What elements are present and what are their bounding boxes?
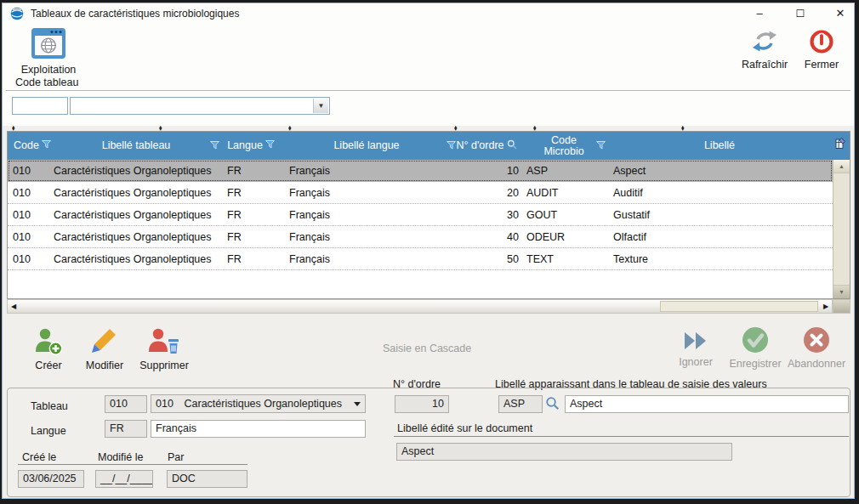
modifie-le-field: __/__/____ bbox=[95, 470, 153, 488]
column-chooser-icon[interactable] bbox=[835, 137, 846, 153]
table-cell: 010 bbox=[8, 182, 52, 203]
scroll-up-icon[interactable]: ▲ bbox=[833, 160, 850, 173]
filter-funnel-icon[interactable] bbox=[42, 140, 51, 151]
save-button[interactable]: Enregistrer bbox=[721, 326, 789, 370]
exploitation-icon bbox=[16, 27, 81, 62]
column-header-code[interactable]: Code bbox=[8, 132, 52, 160]
table-cell: Caractéristiques Organoleptiques bbox=[52, 248, 220, 269]
table-cell: 010 bbox=[8, 204, 52, 225]
libelle-doc-label: Libellé édité sur le document bbox=[397, 422, 532, 434]
table-cell: 010 bbox=[8, 248, 52, 269]
horizontal-scrollbar[interactable]: ◀ ▶ bbox=[7, 299, 833, 314]
table-row[interactable]: 010Caractéristiques OrganoleptiquesFRFra… bbox=[8, 226, 833, 248]
search-sort-icon[interactable] bbox=[507, 139, 517, 152]
filter-funnel-icon[interactable] bbox=[210, 141, 219, 152]
column-header-code-microbio[interactable]: Code Microbio bbox=[521, 132, 606, 160]
libelle-saisie-field[interactable]: Aspect bbox=[565, 395, 849, 413]
ignore-button[interactable]: Ignorer bbox=[666, 329, 725, 368]
table-cell: AUDIT bbox=[521, 182, 606, 203]
underline bbox=[394, 436, 849, 437]
libelle-doc-field: Aspect bbox=[396, 443, 732, 461]
refresh-button[interactable]: Rafraîchir bbox=[732, 29, 797, 71]
close-window-button[interactable]: ✕ bbox=[828, 3, 853, 23]
table-cell: ASP bbox=[521, 160, 606, 181]
table-row[interactable]: 010Caractéristiques OrganoleptiquesFRFra… bbox=[8, 248, 833, 270]
table-cell: Caractéristiques Organoleptiques bbox=[52, 160, 220, 181]
code-tableau-input[interactable] bbox=[12, 97, 68, 115]
table-cell: Gustatif bbox=[606, 204, 833, 225]
scroll-down-icon[interactable]: ▼ bbox=[833, 285, 850, 298]
langue-label: Langue bbox=[31, 425, 66, 437]
cascade-label: Saisie en Cascade bbox=[383, 343, 471, 354]
table-cell: Français bbox=[282, 204, 452, 225]
vertical-scrollbar[interactable]: ▲ ▼ bbox=[833, 160, 850, 298]
filter-funnel-icon[interactable] bbox=[596, 141, 606, 152]
column-header-libelle-langue[interactable]: Libellé langue bbox=[282, 132, 452, 160]
ordre-field: 10 bbox=[395, 395, 449, 413]
create-label: Créer bbox=[35, 360, 61, 371]
create-button[interactable]: Créer bbox=[18, 327, 79, 371]
detail-form: Tableau 010 010 Caractéristiques Organol… bbox=[7, 388, 850, 497]
langue-code-field: FR bbox=[105, 420, 147, 438]
libelle-code-field: ASP bbox=[498, 395, 543, 413]
table-cell: FR bbox=[220, 248, 282, 269]
scroll-left-icon[interactable]: ◀ bbox=[8, 300, 20, 313]
cree-le-field: 03/06/2025 bbox=[18, 470, 84, 488]
table-cell: 10 bbox=[452, 160, 521, 181]
langue-name-field[interactable]: Français bbox=[151, 420, 366, 438]
code-tableau-section-label: Code tableau bbox=[15, 76, 78, 88]
table-header: Code Libellé tableau Langue bbox=[8, 132, 850, 160]
close-icon bbox=[795, 29, 848, 57]
modify-button[interactable]: Modifier bbox=[74, 327, 135, 371]
table-cell: 50 bbox=[452, 248, 521, 269]
code-tableau-combo[interactable]: ▼ bbox=[70, 97, 330, 115]
refresh-icon bbox=[732, 29, 797, 57]
table-cell: FR bbox=[220, 182, 282, 203]
column-header-libelle[interactable]: Libellé bbox=[606, 132, 833, 160]
column-header-libelle-tableau[interactable]: Libellé tableau bbox=[52, 132, 220, 160]
table-cell: 40 bbox=[452, 226, 521, 247]
horizontal-scroll-thumb[interactable] bbox=[660, 301, 818, 312]
table-cell: Auditif bbox=[606, 182, 833, 203]
save-icon bbox=[721, 326, 789, 357]
chevron-down-icon[interactable]: ▼ bbox=[313, 99, 328, 113]
modify-icon bbox=[74, 327, 135, 359]
delete-button[interactable]: Supprimer bbox=[128, 327, 200, 371]
modifie-le-label: Modifié le bbox=[98, 451, 144, 463]
abandon-button[interactable]: Abandonner bbox=[781, 326, 852, 370]
scroll-right-icon[interactable]: ▶ bbox=[820, 300, 832, 313]
table-cell: GOUT bbox=[521, 204, 606, 225]
save-label: Enregistrer bbox=[729, 358, 781, 370]
table-row[interactable]: 010Caractéristiques OrganoleptiquesFRFra… bbox=[8, 160, 833, 182]
underline bbox=[18, 464, 247, 465]
abandon-icon bbox=[781, 326, 852, 357]
search-icon[interactable] bbox=[545, 396, 560, 411]
create-icon bbox=[18, 327, 79, 359]
delete-icon bbox=[128, 327, 200, 359]
column-header-langue[interactable]: Langue bbox=[220, 132, 282, 160]
section-separator bbox=[6, 90, 850, 91]
table-cell: 20 bbox=[452, 182, 521, 203]
window-title: Tableaux de caractéristiques microbiolog… bbox=[31, 8, 239, 20]
minimize-button[interactable]: – bbox=[747, 3, 772, 23]
exploitation-label: Exploitation bbox=[21, 64, 77, 76]
filter-funnel-icon[interactable] bbox=[265, 140, 275, 151]
exploitation-button[interactable]: Exploitation bbox=[16, 27, 81, 76]
close-label: Fermer bbox=[805, 59, 839, 71]
tableau-combo[interactable]: 010 Caractéristiques Organoleptiques bbox=[151, 394, 366, 413]
table-cell: Français bbox=[282, 248, 452, 269]
table-row[interactable]: 010Caractéristiques OrganoleptiquesFRFra… bbox=[8, 204, 833, 226]
refresh-label: Rafraîchir bbox=[742, 59, 788, 71]
titlebar[interactable]: Tableaux de caractéristiques microbiolog… bbox=[3, 3, 854, 24]
abandon-label: Abandonner bbox=[788, 358, 845, 370]
close-button[interactable]: Fermer bbox=[795, 29, 848, 71]
table-cell: 010 bbox=[8, 226, 52, 247]
tableau-code-field: 010 bbox=[105, 395, 147, 413]
table-cell: 30 bbox=[452, 204, 521, 225]
table-cell: Français bbox=[282, 160, 452, 181]
table-row[interactable]: 010Caractéristiques OrganoleptiquesFRFra… bbox=[8, 182, 833, 204]
maximize-button[interactable]: ☐ bbox=[788, 3, 813, 23]
column-header-ordre[interactable]: N° d'ordre bbox=[452, 132, 521, 160]
app-icon bbox=[10, 7, 24, 20]
scrollbar-corner bbox=[833, 299, 850, 314]
